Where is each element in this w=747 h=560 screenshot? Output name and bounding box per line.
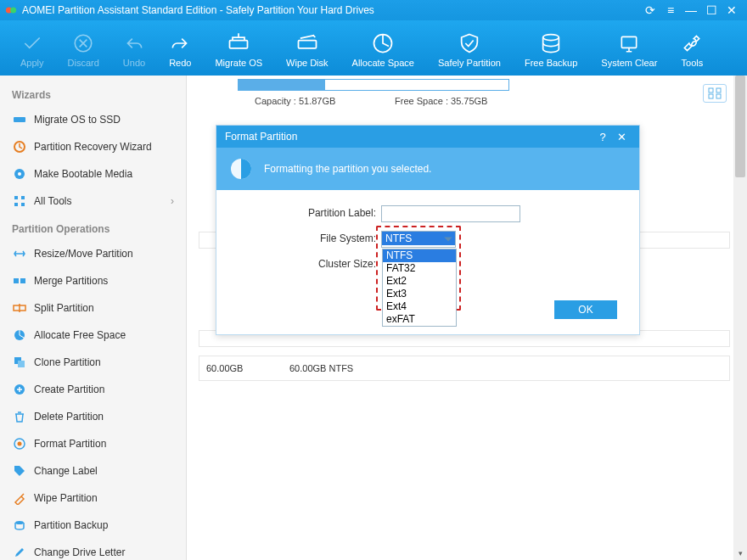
menu-icon[interactable]: ≡	[660, 3, 681, 17]
fs-option-ntfs[interactable]: NTFS	[383, 249, 456, 262]
svg-rect-14	[14, 203, 18, 206]
dialog-banner-text: Formatting the partition you selected.	[264, 163, 431, 175]
svg-rect-17	[20, 278, 25, 283]
media-icon	[12, 166, 27, 182]
sidebar-wizard-bootable[interactable]: Make Bootable Media	[7, 160, 179, 188]
resize-icon	[12, 246, 27, 261]
op-split[interactable]: Split Partition	[7, 294, 179, 322]
op-wipe[interactable]: Wipe Partition	[7, 484, 179, 512]
op-change-label[interactable]: Change Label	[7, 457, 179, 484]
toolbar-migrate-os[interactable]: Migrate OS	[203, 29, 274, 68]
plus-icon	[12, 382, 27, 397]
svg-point-11	[18, 172, 21, 176]
ok-button[interactable]: OK	[554, 300, 617, 319]
minimize-button[interactable]: —	[681, 3, 701, 17]
toolbar-undo[interactable]: Undo	[111, 29, 157, 68]
file-system-combobox[interactable]: NTFS NTFS FAT32 Ext2 Ext3 Ext4 exFAT	[381, 231, 456, 248]
partition-row[interactable]: 60.00GB 60.00GB NTFS	[199, 356, 730, 381]
capacity-bar	[238, 79, 509, 91]
merge-icon	[12, 273, 27, 288]
grid-icon	[12, 193, 27, 209]
svg-rect-7	[622, 36, 637, 48]
toolbar-wipe-disk[interactable]: Wipe Disk	[274, 29, 340, 68]
op-drive-letter[interactable]: Change Drive Letter	[7, 539, 179, 560]
op-backup[interactable]: Partition Backup	[7, 512, 179, 539]
svg-rect-12	[14, 196, 18, 199]
dropdown-arrow-icon	[443, 234, 453, 244]
dialog-close-button[interactable]: ✕	[612, 131, 631, 143]
format-partition-dialog: Format Partition ? ✕ Formatting the part…	[216, 125, 640, 335]
svg-rect-15	[21, 203, 25, 206]
file-system-dropdown: NTFS FAT32 Ext2 Ext3 Ext4 exFAT	[382, 249, 457, 327]
toolbar-allocate-space[interactable]: Allocate Space	[340, 29, 426, 68]
toolbar-tools[interactable]: Tools	[669, 29, 715, 68]
toolbar-free-backup[interactable]: Free Backup	[513, 29, 589, 68]
toolbar-apply[interactable]: Apply	[8, 29, 56, 68]
view-mode-button[interactable]	[703, 84, 727, 103]
svg-rect-13	[21, 196, 25, 199]
svg-rect-22	[18, 361, 25, 367]
fs-option-ext2[interactable]: Ext2	[383, 275, 456, 288]
scroll-down-arrow[interactable]: ▾	[733, 546, 747, 560]
window-title: AOMEI Partition Assistant Standard Editi…	[22, 4, 640, 16]
op-resize-move[interactable]: Resize/Move Partition	[7, 240, 179, 267]
vertical-scrollbar[interactable]: ▾	[733, 76, 747, 560]
help-button[interactable]: ?	[593, 131, 612, 143]
app-logo-icon	[5, 4, 17, 16]
capacity-panel: Capacity : 51.87GB Free Space : 35.75GB	[212, 76, 730, 116]
toolbar-safely-partition[interactable]: Safely Partition	[426, 29, 513, 68]
svg-point-1	[10, 8, 16, 14]
svg-point-26	[15, 521, 24, 524]
fs-option-ext3[interactable]: Ext3	[383, 288, 456, 300]
op-create[interactable]: Create Partition	[7, 376, 179, 403]
maximize-button[interactable]: ☐	[701, 3, 722, 17]
op-format[interactable]: Format Partition	[7, 430, 179, 457]
format-banner-icon	[228, 156, 254, 182]
cluster-size-label: Cluster Size:	[233, 256, 381, 270]
ops-header: Partition Operations	[7, 215, 179, 240]
format-icon	[12, 436, 27, 451]
svg-rect-8	[14, 117, 25, 122]
capacity-label: Capacity : 51.87GB	[255, 96, 335, 106]
dialog-title: Format Partition	[225, 131, 297, 143]
svg-rect-16	[14, 278, 19, 283]
recovery-icon	[12, 139, 27, 154]
svg-rect-4	[298, 40, 316, 48]
refresh-icon[interactable]: ⟳	[640, 3, 660, 17]
sidebar-all-tools[interactable]: All Tools›	[7, 188, 179, 215]
dialog-banner: Formatting the partition you selected.	[216, 148, 639, 190]
sidebar-wizard-migrate-os[interactable]: Migrate OS to SSD	[7, 106, 179, 133]
dialog-titlebar: Format Partition ? ✕	[216, 126, 639, 148]
svg-rect-29	[709, 94, 713, 98]
trash-icon	[12, 409, 27, 424]
row-desc: 60.00GB NTFS	[283, 363, 353, 373]
file-system-label: File System:	[233, 231, 381, 244]
tag-icon	[12, 463, 27, 479]
sidebar-wizard-recovery[interactable]: Partition Recovery Wizard	[7, 133, 179, 160]
svg-rect-28	[716, 88, 721, 92]
ssd-icon	[12, 112, 27, 127]
partition-label-input[interactable]	[381, 205, 520, 222]
fs-option-exfat[interactable]: exFAT	[383, 313, 456, 326]
svg-rect-27	[709, 88, 713, 92]
svg-point-6	[543, 34, 559, 40]
close-button[interactable]: ✕	[722, 3, 742, 17]
scrollbar-thumb[interactable]	[735, 76, 745, 177]
fs-option-ext4[interactable]: Ext4	[383, 300, 456, 313]
op-delete[interactable]: Delete Partition	[7, 403, 179, 430]
toolbar-redo[interactable]: Redo	[157, 29, 203, 68]
sidebar: Wizards Migrate OS to SSD Partition Reco…	[0, 76, 187, 560]
op-allocate[interactable]: Allocate Free Space	[7, 322, 179, 349]
split-icon	[12, 300, 27, 316]
op-merge[interactable]: Merge Partitions	[7, 267, 179, 294]
svg-point-25	[18, 442, 22, 446]
backup-icon	[12, 518, 27, 533]
op-clone[interactable]: Clone Partition	[7, 349, 179, 376]
freespace-label: Free Space : 35.75GB	[395, 96, 487, 106]
main-toolbar: Apply Discard Undo Redo Migrate OS Wipe …	[0, 20, 747, 76]
row-size: 60.00GB	[199, 363, 283, 373]
fs-option-fat32[interactable]: FAT32	[383, 262, 456, 275]
toolbar-discard[interactable]: Discard	[56, 29, 111, 68]
chevron-right-icon: ›	[171, 195, 174, 207]
toolbar-system-clear[interactable]: System Clear	[589, 29, 669, 68]
